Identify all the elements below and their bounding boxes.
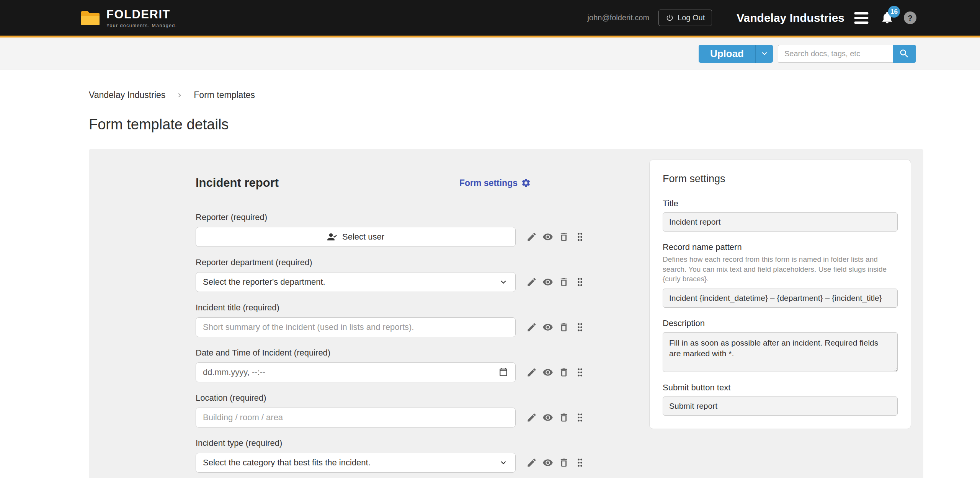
drag-handle-icon[interactable] [574, 457, 586, 469]
user-email: john@folderit.com [588, 13, 649, 22]
form-builder: Incident report Form settings Reporter (… [196, 175, 586, 478]
calendar-icon[interactable] [498, 367, 508, 377]
edit-field-icon[interactable] [526, 276, 538, 288]
visibility-field-icon[interactable] [542, 321, 554, 333]
visibility-field-icon[interactable] [542, 276, 554, 288]
page-content: Vandelay Industries Form templates Form … [0, 90, 980, 478]
field-actions [526, 231, 586, 243]
field-label: Reporter department (required) [196, 258, 586, 268]
help-button[interactable]: ? [904, 11, 916, 24]
edit-field-icon[interactable] [526, 231, 538, 243]
search-button[interactable] [893, 45, 916, 63]
form-title-input[interactable] [663, 212, 898, 232]
action-toolbar: Upload [0, 38, 980, 70]
field-incident-title: Incident title (required) [196, 303, 586, 337]
logout-button[interactable]: Log Out [658, 10, 712, 26]
form-settings-link[interactable]: Form settings [459, 178, 531, 188]
field-label: Date and Time of Incident (required) [196, 348, 586, 358]
field-label: Incident type (required) [196, 438, 586, 448]
edit-field-icon[interactable] [526, 411, 538, 424]
form-settings-link-label: Form settings [459, 178, 518, 188]
field-actions [526, 366, 586, 378]
field-reporter: Reporter (required) Select user [196, 212, 586, 247]
notifications-button[interactable]: 16 [880, 11, 894, 24]
folderit-logo[interactable]: FOLDERIT Your documents. Managed. [80, 8, 177, 28]
org-name: Vandelay Industries [737, 11, 844, 24]
edit-field-icon[interactable] [526, 457, 538, 469]
field-actions [526, 457, 586, 469]
top-header: FOLDERIT Your documents. Managed. john@f… [0, 0, 980, 38]
chevron-down-icon [498, 277, 508, 287]
delete-field-icon[interactable] [558, 231, 570, 243]
drag-handle-icon[interactable] [574, 276, 586, 288]
search-input[interactable] [778, 45, 893, 63]
visibility-field-icon[interactable] [542, 366, 554, 378]
submit-button-text-label: Submit button text [663, 383, 898, 393]
delete-field-icon[interactable] [558, 321, 570, 333]
department-select-value: Select the reporter's department. [203, 277, 325, 287]
chevron-down-icon [498, 458, 508, 468]
field-actions [526, 321, 586, 333]
drag-handle-icon[interactable] [574, 321, 586, 333]
delete-field-icon[interactable] [558, 366, 570, 378]
reporter-user-select[interactable]: Select user [196, 227, 516, 247]
record-name-pattern-input[interactable] [663, 289, 898, 308]
description-textarea[interactable]: Fill in as soon as possible after an inc… [663, 332, 898, 372]
delete-field-icon[interactable] [558, 411, 570, 424]
topbar-right: john@folderit.com Log Out Vandelay Indus… [588, 10, 916, 26]
location-input[interactable] [196, 408, 516, 427]
datetime-placeholder: dd.mm.yyyy, --:-- [203, 367, 265, 377]
record-name-pattern-label: Record name pattern [663, 242, 898, 252]
drag-handle-icon[interactable] [574, 366, 586, 378]
field-reporter-department: Reporter department (required) Select th… [196, 258, 586, 292]
visibility-field-icon[interactable] [542, 411, 554, 424]
field-actions [526, 411, 586, 424]
edit-field-icon[interactable] [526, 321, 538, 333]
folder-logo-icon [80, 10, 100, 26]
settings-panel-title: Form settings [663, 173, 898, 185]
breadcrumb-form-templates[interactable]: Form templates [194, 90, 255, 100]
field-location: Location (required) [196, 393, 586, 427]
page-title: Form template details [89, 116, 923, 133]
search-icon [899, 48, 910, 59]
visibility-field-icon[interactable] [542, 457, 554, 469]
form-builder-header: Incident report Form settings [196, 175, 531, 191]
incident-title-input[interactable] [196, 317, 516, 337]
main-panel: Incident report Form settings Reporter (… [89, 149, 923, 478]
delete-field-icon[interactable] [558, 276, 570, 288]
incident-type-select-value: Select the category that best fits the i… [203, 458, 371, 468]
drag-handle-icon[interactable] [574, 231, 586, 243]
brand-tagline: Your documents. Managed. [106, 23, 177, 28]
upload-dropdown-button[interactable] [755, 45, 773, 63]
logo-text: FOLDERIT Your documents. Managed. [106, 8, 177, 28]
field-incident-datetime: Date and Time of Incident (required) dd.… [196, 348, 586, 382]
delete-field-icon[interactable] [558, 457, 570, 469]
record-name-pattern-help: Defines how each record from this form i… [663, 254, 898, 284]
form-settings-panel: Form settings Title Record name pattern … [649, 160, 911, 429]
visibility-field-icon[interactable] [542, 231, 554, 243]
field-actions [526, 276, 586, 288]
edit-field-icon[interactable] [526, 366, 538, 378]
notification-badge: 16 [888, 6, 900, 18]
power-icon [666, 14, 674, 22]
submit-button-text-input[interactable] [663, 396, 898, 416]
breadcrumb: Vandelay Industries Form templates [89, 90, 923, 100]
gear-icon [521, 178, 531, 188]
upload-button[interactable]: Upload [699, 45, 755, 63]
title-label: Title [663, 199, 898, 209]
department-select[interactable]: Select the reporter's department. [196, 272, 516, 292]
field-label: Location (required) [196, 393, 586, 403]
incident-datetime-input[interactable]: dd.mm.yyyy, --:-- [196, 362, 516, 382]
chevron-down-icon [760, 49, 769, 59]
upload-group: Upload [699, 45, 773, 63]
form-title: Incident report [196, 176, 279, 190]
breadcrumb-org[interactable]: Vandelay Industries [89, 90, 165, 100]
user-select-label: Select user [342, 232, 384, 242]
menu-icon[interactable] [854, 11, 869, 24]
drag-handle-icon[interactable] [574, 411, 586, 424]
field-label: Incident title (required) [196, 303, 586, 313]
field-label: Reporter (required) [196, 212, 586, 222]
logout-label: Log Out [678, 13, 705, 22]
incident-type-select[interactable]: Select the category that best fits the i… [196, 453, 516, 473]
brand-name: FOLDERIT [106, 8, 177, 21]
